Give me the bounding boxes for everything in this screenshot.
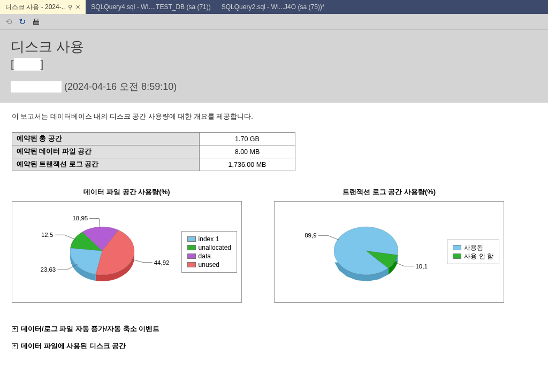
legend-item: unallocated	[187, 243, 231, 252]
chart-legend: 사용됨 사용 안 함	[447, 240, 499, 264]
tab-sqlquery4[interactable]: SQLQuery4.sql - WI....TEST_DB (sa (71))	[86, 0, 216, 14]
legend-item: index 1	[187, 235, 231, 243]
tab-bar: 디스크 사용 - 2024-.. ⚲ ✕ SQLQuery4.sql - WI.…	[0, 0, 548, 14]
chart-canvas: 10,189,9	[275, 202, 447, 302]
svg-text:12,5: 12,5	[41, 232, 53, 238]
table-row: 예약된 총 공간 1.70 GB	[12, 133, 295, 145]
table-row: 예약된 트랜잭션 로그 공간 1,736.00 MB	[12, 158, 295, 171]
close-icon[interactable]: ✕	[75, 4, 80, 11]
summary-label: 예약된 총 공간	[12, 133, 200, 145]
report-subtitle: [ ]	[11, 58, 537, 71]
summary-table: 예약된 총 공간 1.70 GB 예약된 데이터 파일 공간 8.00 MB 예…	[12, 132, 295, 171]
charts-row: 데이터 파일 공간 사용량(%) 44,9223,6312,518,95 ind…	[12, 187, 536, 303]
pie-chart-svg: 44,9223,6312,518,95	[25, 204, 169, 300]
tab-disk-usage[interactable]: 디스크 사용 - 2024-.. ⚲ ✕	[0, 0, 86, 14]
tab-sqlquery2[interactable]: SQLQuery2.sql - WI...J4O (sa (75))*	[216, 0, 330, 14]
legend-swatch	[187, 245, 196, 250]
legend-swatch	[187, 236, 196, 242]
svg-text:23,63: 23,63	[40, 266, 56, 273]
refresh-icon[interactable]: ↻	[19, 17, 26, 27]
legend-item: 사용됨	[453, 243, 493, 252]
report-header: 디스크 사용 [ ] (2024-04-16 오전 8:59:10)	[0, 30, 548, 103]
chart-title: 트랜잭션 로그 공간 사용량(%)	[274, 187, 504, 197]
chart-box: 10,189,9 사용됨 사용 안 함	[274, 201, 504, 303]
legend-swatch	[453, 245, 461, 250]
chart-title: 데이터 파일 공간 사용량(%)	[12, 187, 242, 197]
chart-legend: index 1 unallocated data unused	[181, 231, 237, 273]
expander-auto-growth[interactable]: + 데이터/로그 파일 자동 증가/자동 축소 이벤트	[12, 324, 536, 334]
chart-tlog: 트랜잭션 로그 공간 사용량(%) 10,189,9 사용됨 사용 안 함	[274, 187, 504, 303]
tab-label: 디스크 사용 - 2024-..	[5, 3, 65, 12]
summary-label: 예약된 트랜잭션 로그 공간	[12, 158, 200, 171]
tab-label: SQLQuery2.sql - WI...J4O (sa (75))*	[222, 3, 325, 11]
legend-swatch	[453, 253, 461, 259]
svg-text:44,92: 44,92	[154, 259, 169, 266]
report-description: 이 보고서는 데이터베이스 내의 디스크 공간 사용량에 대한 개요를 제공합니…	[12, 112, 536, 121]
summary-value: 8.00 MB	[200, 145, 295, 158]
legend-item: 사용 안 함	[453, 252, 493, 260]
back-icon[interactable]: ⟲	[5, 17, 12, 27]
pie-chart-svg: 10,189,9	[288, 204, 433, 300]
summary-label: 예약된 데이터 파일 공간	[12, 145, 200, 158]
summary-value: 1.70 GB	[200, 133, 295, 145]
report-server-line: (2024-04-16 오전 8:59:10)	[11, 80, 537, 93]
tab-label: SQLQuery4.sql - WI....TEST_DB (sa (71))	[91, 3, 210, 11]
report-content: 이 보고서는 데이터베이스 내의 디스크 공간 사용량에 대한 개요를 제공합니…	[0, 103, 548, 368]
expander-data-file-disk[interactable]: + 데이터 파일에 사용된 디스크 공간	[12, 341, 536, 351]
summary-value: 1,736.00 MB	[200, 158, 295, 171]
chart-canvas: 44,9223,6312,518,95	[12, 202, 181, 302]
legend-item: data	[187, 252, 231, 260]
pin-icon[interactable]: ⚲	[68, 4, 72, 11]
plus-icon: +	[12, 326, 18, 332]
chart-box: 44,9223,6312,518,95 index 1 unallocated …	[12, 201, 242, 303]
legend-swatch	[187, 253, 196, 259]
legend-item: unused	[187, 260, 231, 269]
table-row: 예약된 데이터 파일 공간 8.00 MB	[12, 145, 295, 158]
svg-text:10,1: 10,1	[416, 263, 428, 270]
print-icon[interactable]: 🖶	[32, 17, 40, 26]
page-title: 디스크 사용	[11, 37, 537, 56]
expander-label: 데이터 파일에 사용된 디스크 공간	[21, 341, 126, 351]
chart-data-file: 데이터 파일 공간 사용량(%) 44,9223,6312,518,95 ind…	[12, 187, 242, 303]
legend-swatch	[187, 262, 196, 267]
svg-text:18,95: 18,95	[72, 215, 88, 221]
toolbar: ⟲ ↻ 🖶	[0, 14, 548, 30]
plus-icon: +	[12, 343, 18, 349]
svg-text:89,9: 89,9	[305, 232, 316, 239]
expander-label: 데이터/로그 파일 자동 증가/자동 축소 이벤트	[21, 324, 159, 334]
